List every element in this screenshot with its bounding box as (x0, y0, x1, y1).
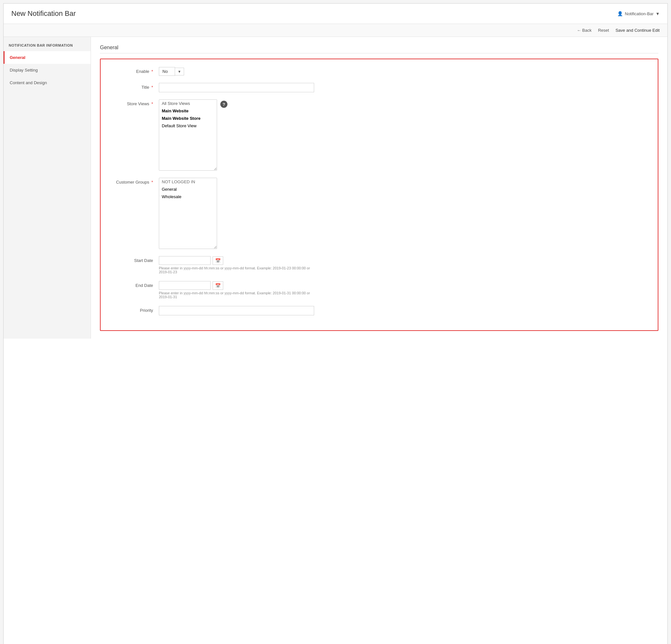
calendar-icon-end: 📅 (215, 283, 221, 288)
store-views-option-main-website: Main Website (159, 107, 217, 115)
customer-groups-label: Customer Groups * (107, 178, 159, 185)
start-date-input[interactable] (159, 256, 211, 265)
enable-field: No ▼ (159, 67, 366, 76)
store-views-select[interactable]: All Store Views Main Website Main Websit… (159, 99, 217, 171)
start-date-row: Start Date 📅 Please enter in yyyy-mm-dd … (107, 256, 651, 274)
store-views-required: * (151, 101, 153, 106)
priority-field (159, 306, 366, 315)
calendar-icon: 📅 (215, 258, 221, 263)
enable-label: Enable * (107, 67, 159, 74)
enable-value: No (159, 67, 175, 76)
store-views-row: Store Views * All Store Views Main Websi… (107, 99, 651, 171)
form-panel: Enable * No ▼ Titl (100, 59, 658, 331)
title-input[interactable] (159, 83, 314, 92)
store-views-container: All Store Views Main Website Main Websit… (159, 99, 366, 171)
enable-dropdown-button[interactable]: ▼ (175, 68, 184, 75)
reset-label: Reset (598, 28, 609, 33)
priority-row: Priority (107, 306, 651, 315)
end-date-label: End Date (107, 281, 159, 288)
end-date-group: 📅 (159, 281, 366, 290)
sidebar-item-content-and-design-label: Content and Design (10, 80, 47, 85)
sidebar: NOTIFICATION BAR INFORMATION General Dis… (3, 37, 91, 339)
enable-group: No ▼ (159, 67, 366, 76)
enable-required: * (151, 69, 153, 74)
start-date-calendar-button[interactable]: 📅 (213, 257, 223, 265)
store-views-option-all: All Store Views (159, 100, 217, 107)
user-menu-arrow: ▼ (656, 11, 660, 16)
customer-groups-field: NOT LOGGED IN General Wholesale (159, 178, 366, 249)
sidebar-item-general-label: General (10, 55, 25, 60)
store-views-label: Store Views * (107, 99, 159, 106)
customer-groups-option-wholesale: Wholesale (159, 193, 217, 200)
sidebar-item-content-and-design[interactable]: Content and Design (3, 76, 91, 89)
start-date-group: 📅 (159, 256, 366, 265)
action-bar: ← Back Reset Save and Continue Edit (3, 24, 668, 37)
customer-groups-option-not-logged-in: NOT LOGGED IN (159, 178, 217, 186)
title-field (159, 83, 366, 92)
main-content: NOTIFICATION BAR INFORMATION General Dis… (3, 37, 668, 339)
customer-groups-row: Customer Groups * NOT LOGGED IN General … (107, 178, 651, 249)
user-menu[interactable]: 👤 Notification-Bar ▼ (617, 11, 660, 16)
save-continue-button[interactable]: Save and Continue Edit (615, 28, 660, 33)
store-views-option-default: Default Store View (159, 122, 217, 129)
store-views-field: All Store Views Main Website Main Websit… (159, 99, 366, 171)
page-title: New Notification Bar (11, 9, 76, 18)
title-row: Title * (107, 83, 651, 92)
end-date-calendar-button[interactable]: 📅 (213, 281, 223, 290)
user-icon: 👤 (617, 11, 623, 16)
store-views-option-main-website-store: Main Website Store (159, 115, 217, 122)
customer-groups-select[interactable]: NOT LOGGED IN General Wholesale (159, 178, 217, 249)
title-required: * (151, 85, 153, 90)
end-date-input[interactable] (159, 281, 211, 290)
start-date-hint: Please enter in yyyy-mm-dd hh:mm:ss or y… (159, 266, 314, 274)
customer-groups-option-general: General (159, 186, 217, 193)
enable-arrow-icon: ▼ (178, 70, 181, 74)
section-title: General (100, 45, 658, 53)
end-date-field: 📅 Please enter in yyyy-mm-dd hh:mm:ss or… (159, 281, 366, 299)
customer-groups-required: * (151, 180, 153, 185)
title-label: Title * (107, 83, 159, 90)
end-date-hint: Please enter in yyyy-mm-dd hh:mm:ss or y… (159, 291, 314, 299)
back-button[interactable]: ← Back (577, 28, 592, 33)
back-label: ← Back (577, 28, 592, 33)
start-date-field: 📅 Please enter in yyyy-mm-dd hh:mm:ss or… (159, 256, 366, 274)
reset-button[interactable]: Reset (598, 28, 609, 33)
page-wrapper: New Notification Bar 👤 Notification-Bar … (3, 3, 668, 644)
enable-row: Enable * No ▼ (107, 67, 651, 76)
sidebar-section-title: NOTIFICATION BAR INFORMATION (3, 37, 91, 51)
start-date-label: Start Date (107, 256, 159, 263)
sidebar-item-display-setting[interactable]: Display Setting (3, 64, 91, 76)
store-views-help-icon[interactable]: ? (220, 101, 227, 108)
sidebar-item-general[interactable]: General (3, 51, 91, 64)
sidebar-item-display-setting-label: Display Setting (10, 68, 38, 73)
page-header: New Notification Bar 👤 Notification-Bar … (3, 3, 668, 24)
priority-input[interactable] (159, 306, 314, 315)
end-date-row: End Date 📅 Please enter in yyyy-mm-dd hh… (107, 281, 651, 299)
content-area: General Enable * No ▼ (91, 37, 668, 339)
user-menu-label: Notification-Bar (625, 11, 654, 16)
priority-label: Priority (107, 306, 159, 313)
save-label: Save and Continue Edit (615, 28, 660, 33)
